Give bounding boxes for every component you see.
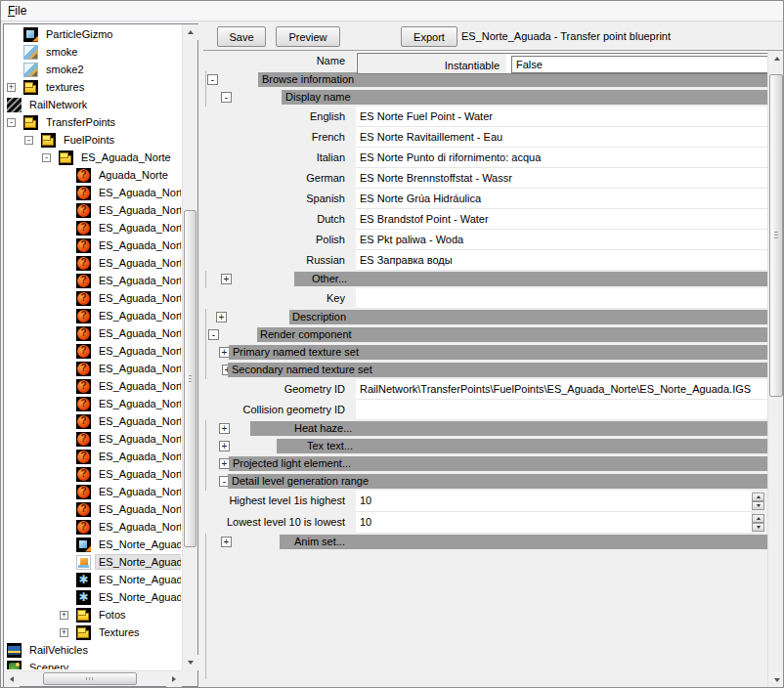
expand-icon[interactable]: + [60, 611, 68, 620]
tree-item-es-aguada-nort[interactable]: ES_Aguada_Nort [5, 219, 181, 236]
collapse-section-button[interactable]: - [207, 74, 218, 85]
tree-item-es-aguada-norte[interactable]: -ES_Aguada_Norte [5, 149, 181, 166]
tree-item-transferpoints[interactable]: -TransferPoints [5, 113, 181, 131]
export-button[interactable]: Export [401, 26, 457, 47]
key-input[interactable] [356, 288, 767, 309]
property-panel: Save Preview Export ES_Norte_Aguada - Tr… [203, 23, 784, 688]
tree-scroll-down-button[interactable] [183, 655, 198, 670]
expand-section-button[interactable]: + [219, 423, 230, 434]
tree-item-es-aguada-nort[interactable]: ES_Aguada_Nort [5, 201, 181, 219]
collision-geometry-id-input[interactable] [356, 400, 767, 420]
tree-item-es-aguada-nort[interactable]: ES_Aguada_Nort [5, 518, 181, 536]
instantiable-dropdown[interactable]: False [511, 56, 767, 73]
tree-item-label: FuelPoints [61, 133, 117, 147]
expand-section-button[interactable]: + [221, 537, 232, 547]
tree-item-es-aguada-nort[interactable]: ES_Aguada_Nort [5, 307, 181, 324]
tree-item-aguada-norte[interactable]: Aguada_Norte [5, 166, 181, 184]
tree-item-es-aguada-nort[interactable]: ES_Aguada_Nort [5, 254, 181, 272]
tree-scroll-thumb-horizontal[interactable] [43, 672, 137, 685]
collapse-icon[interactable]: - [24, 136, 33, 145]
tree-item-textures[interactable]: +Textures [5, 624, 181, 641]
arrow-down-icon [757, 504, 761, 509]
spinner-down-button[interactable] [752, 501, 764, 510]
preview-button[interactable]: Preview [276, 26, 340, 47]
tree-item-railnetwork[interactable]: RailNetwork [5, 96, 181, 113]
tree-item-railvehicles[interactable]: RailVehicles [5, 641, 181, 659]
english-input[interactable]: ES Norte Fuel Point - Water [356, 107, 767, 127]
tree-scroll-up-button[interactable] [183, 24, 198, 40]
tree-item-es-aguada-nort[interactable]: ES_Aguada_Nort [5, 500, 181, 518]
form-scroll-down-button[interactable] [768, 672, 784, 688]
tree-item-es-norte-aguad[interactable]: ES_Norte_Aguad [5, 536, 181, 553]
tree-item-es-aguada-nort[interactable]: ES_Aguada_Nort [5, 360, 181, 377]
field-label: Lowest level 10 is lowest [203, 512, 352, 534]
save-button[interactable]: Save [217, 26, 266, 47]
lowest-level-10-is-lowest-input[interactable]: 10 [356, 512, 752, 534]
tree-item-es-aguada-nort[interactable]: ES_Aguada_Nort [5, 236, 181, 254]
tree-item-scenery[interactable]: Scenery [5, 659, 181, 669]
tree-scroll-thumb[interactable] [184, 210, 196, 547]
tree-item-label: ES_Aguada_Nort [96, 326, 181, 340]
polish-input[interactable]: ES Pkt paliwa - Woda [356, 230, 767, 250]
tree-scroll-right-button[interactable] [166, 671, 182, 687]
tree-item-es-aguada-nort[interactable]: ES_Aguada_Nort [5, 465, 181, 483]
tree-item-es-norte-aguad[interactable]: ES_Norte_Aguad [5, 588, 181, 606]
tree-horizontal-scrollbar[interactable] [4, 670, 182, 686]
form-vertical-scrollbar[interactable] [767, 51, 784, 688]
tree-item-es-aguada-nort[interactable]: ES_Aguada_Nort [5, 377, 181, 395]
tree-item-label: ES_Aguada_Nort [96, 485, 181, 498]
expand-section-button[interactable]: + [216, 312, 227, 322]
field-label: Name [203, 51, 352, 71]
tree-item-es-aguada-nort[interactable]: ES_Aguada_Nort [5, 483, 181, 500]
russian-input[interactable]: ES Заправка воды [356, 250, 767, 271]
spinner-up-button[interactable] [752, 493, 764, 501]
tree-item-es-aguada-nort[interactable]: ES_Aguada_Nort [5, 395, 181, 412]
italian-input[interactable]: ES Norte Punto di rifornimento: acqua [356, 148, 767, 168]
form-scroll-up-button[interactable] [768, 51, 784, 66]
spinner-down-button[interactable] [752, 523, 764, 532]
tree-item-smoke2[interactable]: smoke2 [5, 61, 181, 78]
tree-item-fotos[interactable]: +Fotos [5, 606, 181, 624]
tree-item-es-aguada-nort[interactable]: ES_Aguada_Nort [5, 412, 181, 430]
tree-item-es-aguada-nort[interactable]: ES_Aguada_Nort [5, 342, 181, 360]
menu-file[interactable]: File [1, 1, 33, 21]
tree-item-fuelpoints[interactable]: -FuelPoints [5, 131, 181, 149]
geometry-id-input[interactable]: RailNetwork\TransferPoints\FuelPoints\ES… [356, 379, 767, 400]
tree-vertical-scrollbar[interactable] [182, 24, 197, 670]
tree-item-es-aguada-nort[interactable]: ES_Aguada_Nort [5, 289, 181, 307]
german-input[interactable]: ES Norte Brennstoffstat - Wassr [356, 168, 767, 189]
blueprint-toolbar: Save Preview Export ES_Norte_Aguada - Tr… [203, 23, 784, 50]
tree-item-label: ES_Aguada_Nort [96, 502, 181, 516]
tree-item-es-aguada-nort[interactable]: ES_Aguada_Nort [5, 272, 181, 289]
tree-item-es-aguada-nort[interactable]: ES_Aguada_Nort [5, 430, 181, 448]
collapse-icon[interactable]: - [7, 118, 16, 127]
tree-item-es-aguada-nort[interactable]: ES_Aguada_Nort [5, 448, 181, 465]
collapse-section-button[interactable]: - [221, 92, 232, 103]
tree-item-textures[interactable]: +textures [5, 78, 181, 96]
spanish-input[interactable]: ES Norte Grúa Hidráulica [356, 189, 767, 209]
collapse-section-button[interactable]: - [208, 329, 219, 340]
expand-section-button[interactable]: + [221, 274, 232, 284]
expand-section-button[interactable]: + [219, 441, 230, 452]
form-scroll-thumb[interactable] [769, 74, 783, 397]
field-row-instantiable: InstantiableFalse [357, 53, 767, 74]
collapse-icon[interactable]: - [42, 153, 51, 162]
tree-item-particlegizmo[interactable]: ParticleGizmo [5, 25, 181, 43]
tree-item-es-aguada-nort[interactable]: ES_Aguada_Nort [5, 184, 181, 201]
section-primary-named-texture-set: +Primary named texture set [203, 344, 767, 362]
tree-scroll-left-button[interactable] [4, 671, 20, 687]
tree-item-es-norte-aguad[interactable]: ES_Norte_Aguad [5, 553, 181, 571]
tree-item-es-norte-aguad[interactable]: ES_Norte_Aguad [5, 571, 181, 588]
tree-item-smoke[interactable]: smoke [5, 43, 181, 61]
expand-icon[interactable]: + [60, 628, 68, 637]
spinner-up-button[interactable] [752, 514, 764, 523]
tree-item-es-aguada-nort[interactable]: ES_Aguada_Nort [5, 324, 181, 342]
highest-level-1is-highest-input[interactable]: 10 [356, 491, 752, 512]
arrow-right-icon [172, 676, 179, 682]
train-icon [7, 643, 22, 658]
question-icon [76, 274, 91, 288]
arrow-down-icon [774, 678, 780, 685]
expand-icon[interactable]: + [7, 83, 16, 92]
french-input[interactable]: ES Norte Ravitaillement - Eau [356, 127, 767, 148]
dutch-input[interactable]: ES Brandstof Point - Water [356, 209, 767, 230]
